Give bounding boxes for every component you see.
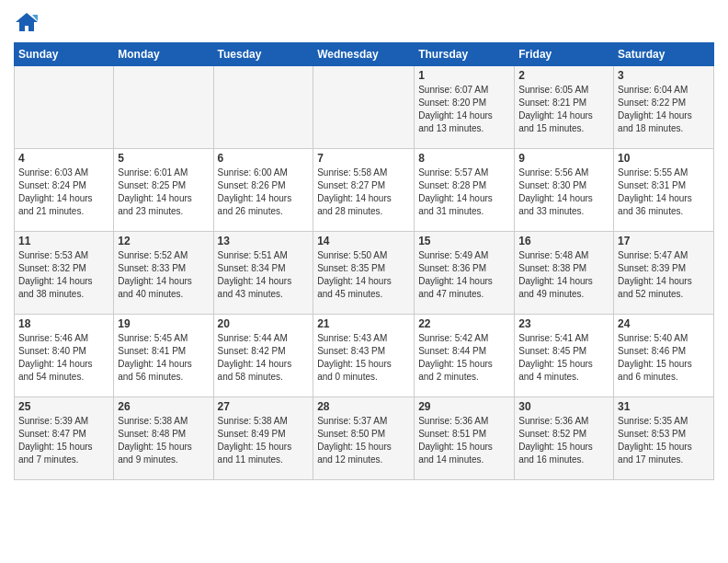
calendar-cell	[15, 66, 114, 149]
day-number: 23	[518, 317, 609, 330]
day-info: Sunrise: 5:35 AM Sunset: 8:53 PM Dayligh…	[618, 415, 710, 466]
day-info: Sunrise: 5:38 AM Sunset: 8:49 PM Dayligh…	[218, 415, 310, 466]
calendar-cell: 5Sunrise: 6:01 AM Sunset: 8:25 PM Daylig…	[114, 149, 213, 232]
day-info: Sunrise: 5:51 AM Sunset: 8:34 PM Dayligh…	[218, 249, 310, 301]
day-info: Sunrise: 6:05 AM Sunset: 8:21 PM Dayligh…	[518, 84, 609, 135]
calendar-cell: 20Sunrise: 5:44 AM Sunset: 8:42 PM Dayli…	[213, 315, 313, 397]
day-info: Sunrise: 6:03 AM Sunset: 8:24 PM Dayligh…	[18, 167, 109, 218]
calendar-header-tuesday: Tuesday	[213, 43, 313, 66]
calendar-header-monday: Monday	[114, 43, 213, 66]
calendar-cell: 12Sunrise: 5:52 AM Sunset: 8:33 PM Dayli…	[114, 232, 213, 315]
day-info: Sunrise: 5:44 AM Sunset: 8:42 PM Dayligh…	[218, 332, 310, 384]
day-number: 22	[418, 317, 510, 330]
day-number: 25	[18, 400, 109, 413]
calendar-cell: 13Sunrise: 5:51 AM Sunset: 8:34 PM Dayli…	[213, 232, 313, 315]
calendar-cell: 8Sunrise: 5:57 AM Sunset: 8:28 PM Daylig…	[415, 149, 515, 232]
calendar-cell: 24Sunrise: 5:40 AM Sunset: 8:46 PM Dayli…	[614, 315, 714, 397]
logo	[14, 9, 43, 35]
day-info: Sunrise: 5:48 AM Sunset: 8:38 PM Dayligh…	[518, 249, 609, 301]
day-number: 16	[518, 235, 609, 247]
calendar-cell: 25Sunrise: 5:39 AM Sunset: 8:47 PM Dayli…	[15, 397, 114, 480]
day-info: Sunrise: 5:56 AM Sunset: 8:30 PM Dayligh…	[518, 167, 609, 218]
day-number: 21	[317, 317, 410, 330]
day-info: Sunrise: 5:57 AM Sunset: 8:28 PM Dayligh…	[418, 167, 510, 218]
page-header	[14, 9, 714, 35]
calendar-cell: 2Sunrise: 6:05 AM Sunset: 8:21 PM Daylig…	[515, 66, 614, 149]
day-info: Sunrise: 6:07 AM Sunset: 8:20 PM Dayligh…	[418, 84, 510, 135]
day-info: Sunrise: 5:58 AM Sunset: 8:27 PM Dayligh…	[317, 167, 410, 218]
day-info: Sunrise: 5:47 AM Sunset: 8:39 PM Dayligh…	[618, 249, 710, 301]
calendar-cell	[313, 66, 415, 149]
logo-icon	[14, 9, 40, 35]
calendar-header-thursday: Thursday	[415, 43, 515, 66]
calendar-cell: 26Sunrise: 5:38 AM Sunset: 8:48 PM Dayli…	[114, 397, 213, 480]
calendar-cell: 21Sunrise: 5:43 AM Sunset: 8:43 PM Dayli…	[313, 315, 415, 397]
calendar-cell	[114, 66, 213, 149]
day-info: Sunrise: 6:04 AM Sunset: 8:22 PM Dayligh…	[618, 84, 710, 135]
calendar-header-wednesday: Wednesday	[313, 43, 415, 66]
day-number: 20	[218, 317, 310, 330]
day-number: 5	[118, 152, 209, 165]
calendar-cell: 27Sunrise: 5:38 AM Sunset: 8:49 PM Dayli…	[213, 397, 313, 480]
calendar-cell: 15Sunrise: 5:49 AM Sunset: 8:36 PM Dayli…	[415, 232, 515, 315]
calendar-cell: 31Sunrise: 5:35 AM Sunset: 8:53 PM Dayli…	[614, 397, 714, 480]
calendar-cell: 16Sunrise: 5:48 AM Sunset: 8:38 PM Dayli…	[515, 232, 614, 315]
calendar-cell: 28Sunrise: 5:37 AM Sunset: 8:50 PM Dayli…	[313, 397, 415, 480]
day-number: 26	[118, 400, 209, 413]
day-info: Sunrise: 5:53 AM Sunset: 8:32 PM Dayligh…	[18, 249, 109, 301]
day-info: Sunrise: 5:46 AM Sunset: 8:40 PM Dayligh…	[18, 332, 109, 384]
day-info: Sunrise: 5:50 AM Sunset: 8:35 PM Dayligh…	[317, 249, 410, 301]
day-info: Sunrise: 6:01 AM Sunset: 8:25 PM Dayligh…	[118, 167, 209, 218]
day-number: 12	[118, 235, 209, 247]
day-info: Sunrise: 5:36 AM Sunset: 8:52 PM Dayligh…	[518, 415, 609, 466]
day-number: 18	[18, 317, 109, 330]
day-info: Sunrise: 5:39 AM Sunset: 8:47 PM Dayligh…	[18, 415, 109, 466]
day-number: 9	[518, 152, 609, 165]
day-number: 17	[618, 235, 710, 247]
day-number: 14	[317, 235, 410, 247]
calendar-cell: 9Sunrise: 5:56 AM Sunset: 8:30 PM Daylig…	[515, 149, 614, 232]
calendar-cell: 29Sunrise: 5:36 AM Sunset: 8:51 PM Dayli…	[415, 397, 515, 480]
day-number: 10	[618, 152, 710, 165]
day-info: Sunrise: 5:40 AM Sunset: 8:46 PM Dayligh…	[618, 332, 710, 384]
day-info: Sunrise: 5:55 AM Sunset: 8:31 PM Dayligh…	[618, 167, 710, 218]
day-number: 27	[218, 400, 310, 413]
day-number: 2	[518, 69, 609, 82]
calendar-cell: 7Sunrise: 5:58 AM Sunset: 8:27 PM Daylig…	[313, 149, 415, 232]
calendar-cell: 11Sunrise: 5:53 AM Sunset: 8:32 PM Dayli…	[15, 232, 114, 315]
day-number: 19	[118, 317, 209, 330]
calendar-cell: 19Sunrise: 5:45 AM Sunset: 8:41 PM Dayli…	[114, 315, 213, 397]
day-info: Sunrise: 5:43 AM Sunset: 8:43 PM Dayligh…	[317, 332, 410, 384]
calendar-cell: 6Sunrise: 6:00 AM Sunset: 8:26 PM Daylig…	[213, 149, 313, 232]
calendar-header-saturday: Saturday	[614, 43, 714, 66]
day-number: 28	[317, 400, 410, 413]
day-info: Sunrise: 6:00 AM Sunset: 8:26 PM Dayligh…	[218, 167, 310, 218]
day-number: 8	[418, 152, 510, 165]
day-number: 13	[218, 235, 310, 247]
calendar-cell: 4Sunrise: 6:03 AM Sunset: 8:24 PM Daylig…	[15, 149, 114, 232]
calendar-cell: 10Sunrise: 5:55 AM Sunset: 8:31 PM Dayli…	[614, 149, 714, 232]
day-number: 7	[317, 152, 410, 165]
calendar-body: 1Sunrise: 6:07 AM Sunset: 8:20 PM Daylig…	[15, 66, 714, 480]
day-info: Sunrise: 5:38 AM Sunset: 8:48 PM Dayligh…	[118, 415, 209, 466]
day-number: 24	[618, 317, 710, 330]
day-info: Sunrise: 5:42 AM Sunset: 8:44 PM Dayligh…	[418, 332, 510, 384]
calendar-cell: 23Sunrise: 5:41 AM Sunset: 8:45 PM Dayli…	[515, 315, 614, 397]
calendar-header-friday: Friday	[515, 43, 614, 66]
calendar-cell: 17Sunrise: 5:47 AM Sunset: 8:39 PM Dayli…	[614, 232, 714, 315]
day-info: Sunrise: 5:36 AM Sunset: 8:51 PM Dayligh…	[418, 415, 510, 466]
calendar-header: SundayMondayTuesdayWednesdayThursdayFrid…	[15, 43, 714, 66]
calendar-cell: 30Sunrise: 5:36 AM Sunset: 8:52 PM Dayli…	[515, 397, 614, 480]
calendar-cell: 3Sunrise: 6:04 AM Sunset: 8:22 PM Daylig…	[614, 66, 714, 149]
calendar-table: SundayMondayTuesdayWednesdayThursdayFrid…	[14, 42, 714, 480]
calendar-cell	[213, 66, 313, 149]
day-info: Sunrise: 5:37 AM Sunset: 8:50 PM Dayligh…	[317, 415, 410, 466]
day-number: 11	[18, 235, 109, 247]
day-info: Sunrise: 5:45 AM Sunset: 8:41 PM Dayligh…	[118, 332, 209, 384]
day-number: 6	[218, 152, 310, 165]
calendar-cell: 22Sunrise: 5:42 AM Sunset: 8:44 PM Dayli…	[415, 315, 515, 397]
day-info: Sunrise: 5:49 AM Sunset: 8:36 PM Dayligh…	[418, 249, 510, 301]
day-number: 29	[418, 400, 510, 413]
day-number: 30	[518, 400, 609, 413]
day-number: 3	[618, 69, 710, 82]
